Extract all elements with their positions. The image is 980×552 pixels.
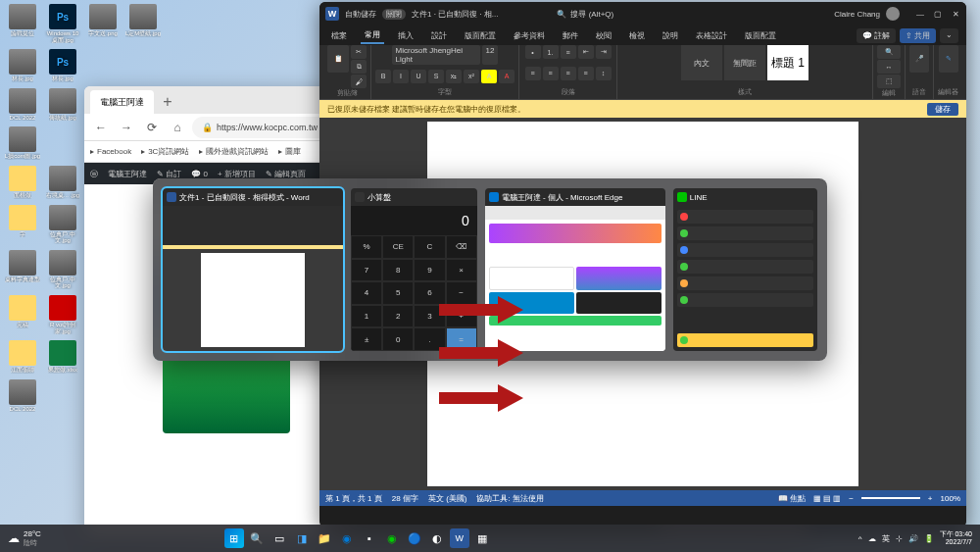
back-icon[interactable]: ← [90, 117, 112, 138]
desktop-icon[interactable]: 桌料字典連型 [4, 250, 41, 289]
autosave-toggle[interactable]: 關閉 [382, 9, 406, 20]
find-button[interactable]: 🔍 [877, 45, 901, 59]
indent-inc[interactable]: ⇥ [596, 45, 612, 59]
weather-widget[interactable]: ☁ 28°C陰時 [8, 529, 41, 548]
desktop-icon[interactable]: DCL 2022 [4, 379, 41, 413]
align-left[interactable]: ≡ [525, 67, 541, 80]
comments-button[interactable]: 💬 註解 [857, 28, 896, 43]
task-item-word[interactable]: 文件1 - 已自動回復 - 相得模式 - Word [163, 188, 343, 351]
task-item-calculator[interactable]: 小算盤 0 %CEC⌫ 789× 456− 123+ ±0.= [351, 188, 477, 351]
font-family-select[interactable]: Microsoft JhengHei Light [392, 45, 480, 65]
underline-button[interactable]: U [411, 70, 426, 83]
task-item-line[interactable]: LINE [673, 188, 817, 351]
widgets-button[interactable]: ◨ [292, 528, 312, 548]
save-button[interactable]: 儲存 [927, 103, 958, 116]
desktop-icon[interactable]: R vot許例 家.jpg [44, 295, 81, 334]
task-item-edge[interactable]: 電腦王阿達 - 個人 - Microsoft Edge [485, 188, 665, 351]
style-heading1[interactable]: 標題 1 [767, 45, 808, 80]
cut-button[interactable]: ✂ [351, 45, 367, 59]
desktop-icon[interactable]: L定M壁紙.jpg [124, 4, 162, 43]
strike-button[interactable]: S [428, 70, 444, 83]
desktop-icon[interactable]: 面根做 [4, 166, 41, 199]
task-view-button[interactable]: ▭ [270, 528, 289, 548]
line-spacing[interactable]: ↕ [596, 67, 612, 80]
style-nospacing[interactable]: 無間距 [724, 45, 765, 80]
word-taskbar-icon[interactable]: W [450, 528, 469, 548]
bookmark-item[interactable]: ▸Facebook [90, 147, 131, 156]
desktop-icon[interactable]: 論戰提位 [4, 4, 41, 43]
select-button[interactable]: ⬚ [877, 75, 901, 88]
ribbon-tab[interactable]: 校閱 [592, 28, 615, 43]
ribbon-tab[interactable]: 說明 [659, 28, 682, 43]
bullets-button[interactable]: • [525, 45, 541, 59]
subscript-button[interactable]: x₂ [446, 70, 462, 83]
ribbon-tab[interactable]: 設計 [427, 28, 451, 43]
onedrive-icon[interactable]: ☁ [868, 534, 876, 543]
font-color-button[interactable]: A [499, 70, 514, 83]
wp-sitename[interactable]: 電腦王阿達 [108, 169, 147, 179]
edit-page[interactable]: ✎ 編輯頁面 [266, 169, 306, 179]
desktop-icon[interactable]: 字文送.png [84, 4, 122, 43]
desktop-icon[interactable]: 江面個聯 [4, 340, 41, 374]
word-search[interactable]: 🔍 搜尋 (Alt+Q) [557, 9, 613, 20]
chrome-icon[interactable]: 🔵 [405, 528, 424, 548]
ribbon-tab[interactable]: 檔案 [327, 28, 351, 43]
highlight-button[interactable]: A [481, 70, 497, 83]
ribbon-tab[interactable]: 插入 [394, 28, 417, 43]
desktop-icon[interactable]: DCL 2022 [4, 88, 41, 122]
copy-button[interactable]: ⧉ [351, 60, 367, 74]
ribbon-tab[interactable]: 檢視 [625, 28, 649, 43]
ribbon-tab[interactable]: 版面配置 [461, 28, 500, 43]
network-icon[interactable]: ⊹ [896, 534, 903, 543]
dictate-button[interactable]: 🎤 [909, 45, 929, 73]
forward-icon[interactable]: → [116, 117, 137, 138]
ribbon-tab[interactable]: 參考資料 [510, 28, 549, 43]
word-count[interactable]: 28 個字 [392, 493, 418, 504]
desktop-icon[interactable]: 字 [4, 205, 41, 244]
chevron-up-icon[interactable]: ^ [858, 534, 862, 543]
terminal-icon[interactable]: ▪ [360, 528, 379, 548]
maximize-button[interactable]: ▢ [933, 10, 943, 19]
edge-tab[interactable]: 電腦王阿達 [90, 90, 154, 114]
ribbon-collapse[interactable]: ⌄ [940, 28, 958, 43]
battery-icon[interactable]: 🔋 [924, 534, 934, 543]
indent-dec[interactable]: ⇤ [578, 45, 594, 59]
multilevel-button[interactable]: ≡ [561, 45, 576, 59]
desktop-icon[interactable]: 位典戶.中文.jpg [44, 205, 81, 244]
superscript-button[interactable]: x² [464, 70, 479, 83]
bookmark-item[interactable]: ▸國外遊戲資訊網站 [199, 146, 269, 157]
clock[interactable]: 下午 03:40 2022/7/7 [940, 530, 972, 545]
focus-mode[interactable]: 📖 焦點 [778, 493, 806, 504]
align-justify[interactable]: ≡ [578, 67, 594, 80]
align-center[interactable]: ≡ [543, 67, 559, 80]
desktop-icon[interactable]: Ps林長.jpg [44, 49, 81, 82]
new-item[interactable]: + 新增項目 [218, 169, 256, 179]
ribbon-tab[interactable]: 常用 [361, 27, 384, 44]
desktop-icon[interactable]: PsWindows 10 桌面.jpg [44, 4, 81, 43]
calculator-taskbar-icon[interactable]: ▦ [472, 528, 492, 548]
close-button[interactable]: ✕ [951, 10, 960, 19]
article-thumb[interactable] [163, 355, 290, 433]
format-painter[interactable]: 🖌 [351, 75, 367, 88]
page-count[interactable]: 第 1 頁，共 1 頁 [325, 493, 382, 504]
home-icon[interactable]: ⌂ [167, 117, 188, 138]
desktop-icon[interactable]: L損com圖.jpg [4, 126, 41, 160]
comments-icon[interactable]: 💬 0 [191, 170, 208, 178]
search-button[interactable]: 🔍 [247, 528, 267, 548]
italic-button[interactable]: I [393, 70, 409, 83]
share-button[interactable]: ⇪ 共用 [900, 28, 936, 43]
refresh-icon[interactable]: ⟳ [141, 117, 163, 138]
minimize-button[interactable]: — [915, 10, 925, 19]
style-normal[interactable]: 內文 [681, 45, 722, 80]
ribbon-tab[interactable]: 郵件 [559, 28, 582, 43]
zoom-slider[interactable] [861, 497, 920, 499]
zoom-level[interactable]: 100% [941, 494, 960, 503]
ime-indicator[interactable]: 英 [882, 533, 890, 544]
desktop-icon[interactable]: 右境桌... .jpg [44, 166, 81, 199]
start-button[interactable]: ⊞ [224, 528, 244, 548]
edge-taskbar-icon[interactable]: ◉ [337, 528, 357, 548]
desktop-icon[interactable]: 完稿 [4, 295, 41, 334]
desktop-icon[interactable]: 果您做.xlsx [44, 340, 81, 374]
font-size-select[interactable]: 12 [482, 45, 499, 65]
ribbon-tab[interactable]: 表格設計 [692, 28, 731, 43]
